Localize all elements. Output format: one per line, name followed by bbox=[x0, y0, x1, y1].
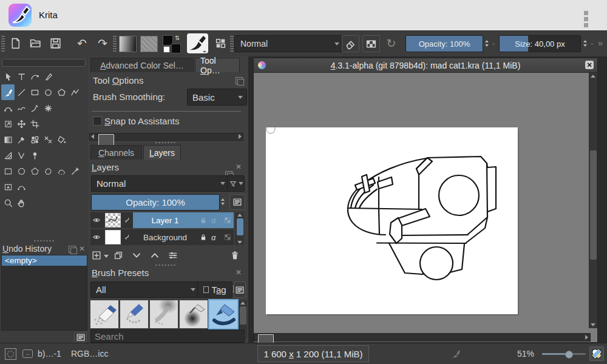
alpha-lock-icon[interactable]: α bbox=[211, 216, 220, 224]
tool-measure[interactable] bbox=[15, 147, 28, 163]
preset-chooser-options-button[interactable] bbox=[234, 281, 246, 298]
brush-editor-button[interactable] bbox=[187, 33, 208, 53]
splitter-handle[interactable] bbox=[33, 240, 54, 242]
layer-thumbnail[interactable] bbox=[105, 230, 121, 244]
image-dimensions[interactable]: 1 600 x 1 200 (11,1 MiB) bbox=[257, 345, 369, 362]
float-docker-icon[interactable] bbox=[236, 77, 243, 84]
preset-eraser-thumbnail[interactable] bbox=[90, 300, 118, 328]
toolbar-grip[interactable] bbox=[113, 35, 117, 52]
tab-layers[interactable]: Layers bbox=[143, 145, 181, 160]
tool-select-rect[interactable] bbox=[1, 163, 15, 179]
tool-gradient[interactable] bbox=[1, 132, 15, 147]
layer-decoration-icon[interactable] bbox=[123, 233, 131, 241]
tool-select-ellipse[interactable] bbox=[15, 163, 28, 179]
tool-select-similar[interactable] bbox=[68, 163, 81, 179]
lock-icon[interactable] bbox=[199, 216, 208, 224]
layer-row-layer1[interactable]: Layer 1 α bbox=[90, 212, 234, 228]
preset-airbrush-thumbnail[interactable] bbox=[180, 300, 208, 328]
new-document-button[interactable] bbox=[7, 35, 23, 52]
redo-button[interactable]: ↷ bbox=[95, 35, 110, 52]
tool-text[interactable] bbox=[15, 69, 28, 84]
zoom-fit-button[interactable] bbox=[589, 346, 604, 361]
workspace-chooser-button[interactable] bbox=[212, 35, 228, 52]
selection-display-icon[interactable] bbox=[5, 348, 16, 360]
tool-fill[interactable] bbox=[55, 132, 68, 147]
brush-smoothing-select[interactable]: Basic bbox=[187, 89, 247, 106]
preset-soft-pencil-thumbnail[interactable] bbox=[150, 300, 178, 328]
move-layer-up-button[interactable] bbox=[148, 248, 162, 263]
float-docker-icon[interactable] bbox=[69, 246, 76, 253]
tool-ellipse[interactable] bbox=[41, 84, 55, 100]
undo-properties-button[interactable] bbox=[74, 332, 87, 342]
opacity-slider[interactable]: Opacity: 100% bbox=[405, 35, 483, 52]
reload-preset-button[interactable]: ↻ bbox=[383, 35, 399, 51]
canvas-hscrollbar[interactable] bbox=[254, 333, 591, 342]
visibility-icon[interactable] bbox=[92, 233, 101, 241]
brush-blend-mode-select[interactable]: Normal bbox=[234, 35, 344, 52]
duplicate-layer-button[interactable] bbox=[111, 248, 126, 263]
layer-row-background[interactable]: Background α bbox=[90, 229, 234, 245]
tool-pattern-edit[interactable] bbox=[28, 132, 41, 147]
canvas-window-titlebar[interactable]: 4.3.1-alpha (git 8798b4d): mad cat1.kra … bbox=[254, 58, 597, 73]
tool-pan[interactable] bbox=[15, 195, 28, 211]
tool-options-hscrollbar[interactable] bbox=[89, 133, 243, 141]
tool-polyline[interactable] bbox=[68, 84, 81, 100]
preserve-alpha-button[interactable] bbox=[362, 35, 380, 52]
close-docker-icon[interactable]: ✕ bbox=[79, 246, 85, 252]
tool-select-magnetic[interactable] bbox=[55, 163, 68, 179]
preset-search-input[interactable] bbox=[90, 329, 245, 343]
tool-bezier-curve[interactable] bbox=[1, 100, 15, 116]
tool-reference-images[interactable] bbox=[28, 147, 41, 163]
size-slider[interactable]: Size: 40,00 px bbox=[499, 35, 581, 52]
alpha-lock-icon[interactable]: α bbox=[211, 233, 220, 241]
inherit-alpha-icon[interactable] bbox=[223, 233, 232, 241]
canvas-page[interactable] bbox=[266, 127, 518, 314]
tool-select-polygon[interactable] bbox=[28, 163, 41, 179]
toolbox-handle[interactable] bbox=[2, 59, 86, 67]
tool-zoom[interactable] bbox=[1, 195, 15, 211]
tool-rectangle[interactable] bbox=[28, 84, 41, 100]
tool-select-bezier[interactable] bbox=[15, 179, 28, 195]
tab-tool-options[interactable]: Tool Op… bbox=[195, 58, 240, 72]
add-layer-dropdown[interactable] bbox=[104, 255, 109, 258]
tool-multibrush[interactable] bbox=[41, 100, 55, 116]
toolbar-overflow-button[interactable]: » bbox=[598, 38, 603, 48]
move-layer-down-button[interactable] bbox=[129, 248, 144, 263]
tool-smart-patch[interactable] bbox=[41, 132, 55, 147]
tool-move[interactable] bbox=[15, 116, 28, 132]
layer-opacity-spinner[interactable] bbox=[219, 194, 226, 209]
preset-ink-pen-thumbnail[interactable] bbox=[209, 300, 237, 328]
preset-marker-thumbnail[interactable] bbox=[120, 300, 148, 328]
zoom-slider[interactable] bbox=[542, 353, 586, 355]
toolbar-grip[interactable] bbox=[1, 35, 5, 52]
zoom-slider-handle[interactable] bbox=[565, 351, 573, 359]
tag-button[interactable]: Tag bbox=[197, 281, 232, 298]
tool-select-freehand[interactable] bbox=[41, 163, 55, 179]
undo-button[interactable]: ↶ bbox=[74, 35, 90, 52]
tool-transform[interactable] bbox=[1, 116, 15, 132]
tab-advanced-color-selector[interactable]: Advanced Color Sel… bbox=[90, 58, 194, 72]
visibility-icon[interactable] bbox=[92, 216, 101, 224]
inherit-alpha-icon[interactable] bbox=[223, 216, 232, 224]
size-spinner[interactable] bbox=[581, 35, 589, 51]
layer-list-scrollbar[interactable] bbox=[236, 212, 244, 245]
tool-color-sampler[interactable] bbox=[15, 132, 28, 147]
layer-props-button[interactable] bbox=[166, 248, 180, 263]
tool-dynamic-brush[interactable] bbox=[28, 100, 41, 116]
gradient-swatch[interactable] bbox=[119, 36, 137, 52]
open-button[interactable] bbox=[27, 35, 43, 52]
memory-usage-icon[interactable] bbox=[450, 348, 461, 359]
splitter-handle[interactable] bbox=[155, 264, 175, 266]
fg-bg-colors[interactable]: ⇅ bbox=[163, 35, 182, 53]
splitter-handle[interactable] bbox=[155, 141, 175, 144]
close-docker-icon[interactable]: ✕ bbox=[236, 164, 242, 170]
tab-channels[interactable]: Channels bbox=[90, 145, 142, 160]
layer-opacity-slider[interactable]: Opacity: 100% bbox=[91, 194, 220, 211]
snap-to-assistants-checkbox[interactable] bbox=[93, 116, 102, 126]
tool-freehand-brush[interactable] bbox=[1, 84, 15, 100]
layer-decoration-icon[interactable] bbox=[123, 216, 131, 224]
add-layer-button[interactable] bbox=[90, 248, 103, 263]
tool-line[interactable] bbox=[15, 84, 28, 100]
layer-filter-button[interactable] bbox=[227, 175, 245, 192]
tool-select-shapes[interactable] bbox=[1, 69, 15, 84]
